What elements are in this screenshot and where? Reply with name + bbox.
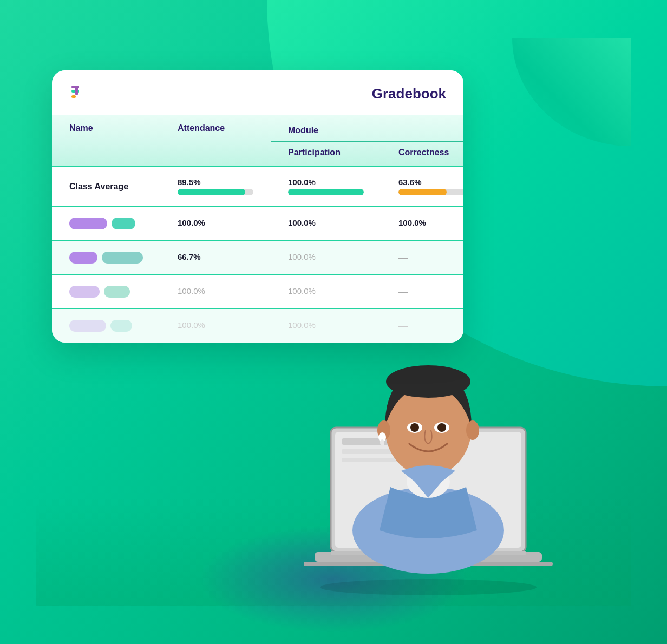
attendance-progress-fill (178, 189, 245, 195)
table-row: 66.7% 100.0% — (52, 241, 463, 275)
student-pills-2 (69, 252, 143, 264)
col-header-correctness: Correctness (381, 142, 463, 167)
svg-rect-3 (71, 95, 76, 98)
participation-progress-bar (288, 189, 364, 195)
student-correctness-4: — (381, 309, 463, 343)
student-correctness-1: 100.0% (381, 207, 463, 241)
gradebook-card: Gradebook Name Attendance Module Partici… (52, 70, 463, 343)
teal-corner-decoration (512, 38, 631, 146)
student-name-cell-4 (52, 309, 160, 343)
student-attendance-3: 100.0% (160, 275, 271, 309)
svg-point-25 (466, 420, 479, 440)
svg-rect-10 (342, 449, 396, 454)
student-pills-3 (69, 286, 143, 298)
student-correctness-3: — (381, 275, 463, 309)
table-row: 100.0% 100.0% — (52, 275, 463, 309)
student-name-cell-2 (52, 241, 160, 275)
correctness-progress-fill (398, 189, 447, 195)
student-attendance-2: 66.7% (160, 241, 271, 275)
student-participation-4: 100.0% (271, 309, 381, 343)
student-pill-purple (69, 252, 97, 264)
student-pill-teal (112, 218, 135, 229)
class-average-participation: 100.0% (271, 167, 381, 207)
svg-point-24 (380, 439, 384, 446)
student-participation-1: 100.0% (271, 207, 381, 241)
gradebook-table: Name Attendance Module Participation Cor… (52, 115, 463, 343)
student-pill-purple (69, 286, 100, 298)
student-attendance-4: 100.0% (160, 309, 271, 343)
student-participation-3: 100.0% (271, 275, 381, 309)
svg-point-19 (410, 423, 419, 432)
class-average-row: Class Average 89.5% 100.0% (52, 167, 463, 207)
col-header-attendance: Attendance (160, 115, 271, 142)
student-attendance-1: 100.0% (160, 207, 271, 241)
student-pill-purple (69, 218, 107, 229)
class-average-attendance: 89.5% (160, 167, 271, 207)
col-header-attendance-spacer (160, 142, 271, 167)
student-pill-purple (69, 320, 106, 332)
svg-point-17 (386, 365, 470, 398)
svg-rect-2 (75, 86, 78, 95)
student-name-cell-3 (52, 275, 160, 309)
logo-icon (69, 83, 90, 104)
col-header-module: Module (271, 115, 463, 142)
app-logo (69, 83, 90, 104)
student-pills-4 (69, 320, 143, 332)
student-name-cell-1 (52, 207, 160, 241)
attendance-progress-bar (178, 189, 253, 195)
table-header-row-2: Participation Correctness (52, 142, 463, 167)
scene: Gradebook Name Attendance Module Partici… (36, 38, 631, 606)
table-row: 100.0% 100.0% 100.0% (52, 207, 463, 241)
student-pills-1 (69, 218, 143, 229)
card-header: Gradebook (52, 70, 463, 115)
col-header-participation: Participation (271, 142, 381, 167)
student-correctness-2: — (381, 241, 463, 275)
student-participation-2: 100.0% (271, 241, 381, 275)
gradebook-title: Gradebook (372, 86, 446, 102)
table-header-row-1: Name Attendance Module (52, 115, 463, 142)
correctness-progress-bar (398, 189, 463, 195)
class-average-correctness: 63.6% (381, 167, 463, 207)
svg-point-21 (437, 423, 446, 432)
class-average-label: Class Average (52, 167, 160, 207)
student-pill-teal (104, 286, 130, 298)
col-header-name-spacer (52, 142, 160, 167)
col-header-name: Name (52, 115, 160, 142)
student-pill-teal (102, 252, 143, 264)
table-row: 100.0% 100.0% — (52, 309, 463, 343)
participation-progress-fill (288, 189, 364, 195)
svg-point-4 (320, 579, 537, 595)
student-pill-teal (110, 320, 132, 332)
